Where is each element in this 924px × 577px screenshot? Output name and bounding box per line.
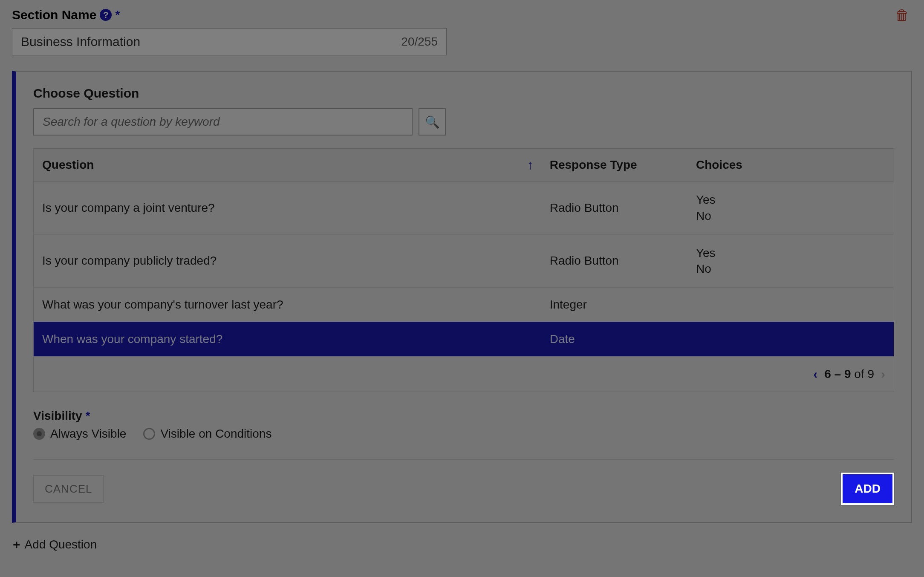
- section-name-counter: 20/255: [401, 35, 438, 49]
- choice-value: No: [696, 261, 885, 277]
- radio-icon-empty: [143, 428, 155, 440]
- pager-prev[interactable]: ‹: [813, 367, 817, 381]
- cell-choices: [687, 322, 894, 357]
- help-icon[interactable]: ?: [100, 9, 112, 21]
- visibility-label: Visibility: [33, 409, 82, 423]
- pager-next[interactable]: ›: [881, 367, 885, 381]
- col-choices-header[interactable]: Choices: [687, 149, 894, 182]
- pager-range: 6 – 9: [824, 367, 851, 381]
- choose-question-panel: Choose Question Search for a question by…: [12, 71, 912, 523]
- visibility-block: Visibility * Always Visible Visible on C…: [33, 409, 894, 441]
- cell-choices: YesNo: [687, 234, 894, 288]
- choice-value: Yes: [696, 192, 885, 208]
- search-row: Search for a question by keyword 🔍: [33, 108, 894, 136]
- page-root: Section Name ? * Business Information 20…: [0, 0, 924, 577]
- table-header-row: Question ↑ Response Type Choices: [34, 149, 894, 182]
- visibility-label-row: Visibility *: [33, 409, 894, 423]
- search-input[interactable]: Search for a question by keyword: [33, 108, 413, 136]
- search-placeholder: Search for a question by keyword: [43, 115, 220, 129]
- add-button[interactable]: ADD: [841, 473, 894, 505]
- section-name-field: Section Name ? * Business Information 20…: [12, 8, 447, 55]
- radio-icon-filled: [33, 428, 45, 440]
- pager-of: of: [854, 367, 864, 381]
- col-response-header[interactable]: Response Type: [541, 149, 687, 182]
- add-question-label: Add Question: [25, 538, 97, 551]
- table-row[interactable]: Is your company publicly traded?Radio Bu…: [34, 234, 894, 288]
- visibility-options: Always Visible Visible on Conditions: [33, 427, 894, 441]
- trash-icon[interactable]: 🗑: [895, 8, 912, 22]
- required-star: *: [115, 8, 120, 22]
- col-question-label: Question: [42, 158, 94, 171]
- table-row[interactable]: When was your company started?Date: [34, 322, 894, 357]
- cancel-button[interactable]: CANCEL: [33, 475, 104, 503]
- choice-value: Yes: [696, 245, 885, 261]
- search-icon: 🔍: [425, 115, 440, 129]
- cell-question: Is your company a joint venture?: [34, 182, 541, 235]
- visibility-option-always[interactable]: Always Visible: [33, 427, 126, 441]
- section-name-label: Section Name: [12, 8, 96, 22]
- col-choices-label: Choices: [696, 158, 742, 171]
- visibility-conditional-label: Visible on Conditions: [160, 427, 271, 441]
- cell-response-type: Date: [541, 322, 687, 357]
- cell-response-type: Radio Button: [541, 234, 687, 288]
- pager-total: 9: [867, 367, 874, 381]
- table-row[interactable]: What was your company's turnover last ye…: [34, 288, 894, 322]
- section-name-label-row: Section Name ? *: [12, 8, 447, 22]
- col-response-label: Response Type: [550, 158, 637, 171]
- section-name-input[interactable]: Business Information 20/255: [12, 28, 447, 55]
- visibility-option-conditional[interactable]: Visible on Conditions: [143, 427, 271, 441]
- add-question-link[interactable]: + Add Question: [12, 537, 912, 552]
- cell-response-type: Integer: [541, 288, 687, 322]
- visibility-always-label: Always Visible: [50, 427, 126, 441]
- plus-icon: +: [13, 537, 20, 552]
- table-row[interactable]: Is your company a joint venture?Radio Bu…: [34, 182, 894, 235]
- pager-row: ‹ 6 – 9 of 9 ›: [34, 357, 894, 392]
- cell-choices: [687, 288, 894, 322]
- choice-value: No: [696, 208, 885, 224]
- pager: ‹ 6 – 9 of 9 ›: [813, 367, 885, 381]
- cell-question: What was your company's turnover last ye…: [34, 288, 541, 322]
- sort-up-icon: ↑: [527, 158, 534, 172]
- choose-question-title: Choose Question: [33, 86, 894, 101]
- section-name-value: Business Information: [21, 35, 401, 49]
- col-question-header[interactable]: Question ↑: [34, 149, 541, 182]
- cell-response-type: Radio Button: [541, 182, 687, 235]
- visibility-required-star: *: [86, 409, 90, 423]
- cell-question: When was your company started?: [34, 322, 541, 357]
- divider: [33, 459, 894, 460]
- actions-row: CANCEL ADD: [33, 473, 894, 505]
- cell-choices: YesNo: [687, 182, 894, 235]
- search-button[interactable]: 🔍: [419, 108, 446, 136]
- section-header-row: Section Name ? * Business Information 20…: [12, 8, 912, 55]
- questions-table: Question ↑ Response Type Choices Is your…: [33, 148, 894, 392]
- cell-question: Is your company publicly traded?: [34, 234, 541, 288]
